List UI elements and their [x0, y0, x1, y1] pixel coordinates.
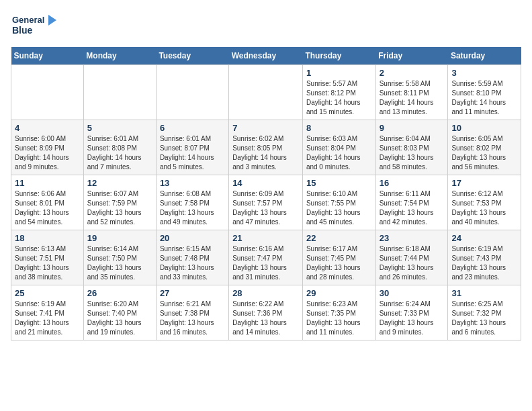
calendar-cell: 30Sunrise: 6:24 AM Sunset: 7:33 PM Dayli… [375, 285, 448, 340]
day-header-monday: Monday [83, 47, 156, 65]
day-info: Sunrise: 6:23 AM Sunset: 7:35 PM Dayligh… [306, 300, 372, 337]
day-info: Sunrise: 6:20 AM Sunset: 7:40 PM Dayligh… [87, 300, 152, 337]
calendar-cell: 27Sunrise: 6:21 AM Sunset: 7:38 PM Dayli… [156, 285, 228, 340]
day-info: Sunrise: 6:16 AM Sunset: 7:47 PM Dayligh… [232, 244, 299, 282]
calendar-week-row: 4Sunrise: 6:00 AM Sunset: 8:09 PM Daylig… [11, 120, 521, 175]
day-number: 4 [15, 123, 80, 133]
day-number: 1 [306, 68, 372, 78]
day-number: 21 [232, 233, 299, 243]
calendar-cell [156, 65, 228, 120]
calendar-cell: 23Sunrise: 6:18 AM Sunset: 7:44 PM Dayli… [375, 230, 448, 285]
calendar-week-row: 25Sunrise: 6:19 AM Sunset: 7:41 PM Dayli… [11, 285, 521, 340]
svg-text:Blue: Blue [12, 25, 33, 36]
day-info: Sunrise: 6:22 AM Sunset: 7:36 PM Dayligh… [232, 300, 299, 337]
day-info: Sunrise: 6:19 AM Sunset: 7:43 PM Dayligh… [451, 244, 517, 282]
day-info: Sunrise: 6:06 AM Sunset: 8:01 PM Dayligh… [15, 189, 80, 227]
calendar-cell: 18Sunrise: 6:13 AM Sunset: 7:51 PM Dayli… [11, 230, 84, 285]
day-number: 20 [160, 233, 225, 243]
day-info: Sunrise: 6:08 AM Sunset: 7:58 PM Dayligh… [160, 189, 225, 227]
day-number: 3 [451, 68, 517, 78]
day-info: Sunrise: 6:21 AM Sunset: 7:38 PM Dayligh… [160, 300, 225, 337]
logo: General Blue [11, 11, 58, 40]
calendar-cell: 8Sunrise: 6:03 AM Sunset: 8:04 PM Daylig… [302, 120, 375, 175]
day-number: 23 [380, 233, 445, 243]
calendar-cell: 7Sunrise: 6:02 AM Sunset: 8:05 PM Daylig… [229, 120, 303, 175]
day-number: 5 [87, 123, 152, 133]
day-number: 6 [160, 123, 225, 133]
day-info: Sunrise: 6:12 AM Sunset: 7:53 PM Dayligh… [451, 189, 517, 227]
day-number: 28 [232, 288, 299, 298]
day-number: 8 [306, 123, 372, 133]
day-info: Sunrise: 6:15 AM Sunset: 7:48 PM Dayligh… [160, 244, 225, 282]
calendar-cell: 17Sunrise: 6:12 AM Sunset: 7:53 PM Dayli… [448, 175, 521, 230]
calendar-cell: 9Sunrise: 6:04 AM Sunset: 8:03 PM Daylig… [375, 120, 448, 175]
calendar-week-row: 11Sunrise: 6:06 AM Sunset: 8:01 PM Dayli… [11, 175, 521, 230]
calendar-cell: 25Sunrise: 6:19 AM Sunset: 7:41 PM Dayli… [11, 285, 84, 340]
day-number: 11 [15, 178, 80, 188]
day-number: 2 [380, 68, 445, 78]
day-info: Sunrise: 6:17 AM Sunset: 7:45 PM Dayligh… [306, 244, 372, 282]
day-number: 12 [87, 178, 152, 188]
day-info: Sunrise: 6:10 AM Sunset: 7:55 PM Dayligh… [306, 189, 372, 227]
day-info: Sunrise: 6:02 AM Sunset: 8:05 PM Dayligh… [232, 134, 299, 172]
day-header-thursday: Thursday [302, 47, 375, 65]
logo-svg: General Blue [11, 11, 58, 40]
day-info: Sunrise: 6:11 AM Sunset: 7:54 PM Dayligh… [380, 189, 445, 227]
calendar-cell: 15Sunrise: 6:10 AM Sunset: 7:55 PM Dayli… [302, 175, 375, 230]
calendar-cell [83, 65, 156, 120]
day-number: 26 [87, 288, 152, 298]
day-info: Sunrise: 6:04 AM Sunset: 8:03 PM Dayligh… [380, 134, 445, 172]
day-info: Sunrise: 5:58 AM Sunset: 8:11 PM Dayligh… [380, 79, 445, 117]
calendar-week-row: 1Sunrise: 5:57 AM Sunset: 8:12 PM Daylig… [11, 65, 521, 120]
calendar-cell: 5Sunrise: 6:01 AM Sunset: 8:08 PM Daylig… [83, 120, 156, 175]
calendar-cell: 10Sunrise: 6:05 AM Sunset: 8:02 PM Dayli… [448, 120, 521, 175]
calendar-cell: 26Sunrise: 6:20 AM Sunset: 7:40 PM Dayli… [83, 285, 156, 340]
calendar-cell: 12Sunrise: 6:07 AM Sunset: 7:59 PM Dayli… [83, 175, 156, 230]
calendar-cell: 21Sunrise: 6:16 AM Sunset: 7:47 PM Dayli… [229, 230, 303, 285]
day-header-wednesday: Wednesday [229, 47, 303, 65]
day-number: 15 [306, 178, 372, 188]
calendar-cell: 16Sunrise: 6:11 AM Sunset: 7:54 PM Dayli… [375, 175, 448, 230]
calendar-week-row: 18Sunrise: 6:13 AM Sunset: 7:51 PM Dayli… [11, 230, 521, 285]
day-info: Sunrise: 6:05 AM Sunset: 8:02 PM Dayligh… [451, 134, 517, 172]
day-info: Sunrise: 5:57 AM Sunset: 8:12 PM Dayligh… [306, 79, 372, 117]
day-number: 14 [232, 178, 299, 188]
day-number: 17 [451, 178, 517, 188]
calendar-cell: 11Sunrise: 6:06 AM Sunset: 8:01 PM Dayli… [11, 175, 84, 230]
calendar-cell: 29Sunrise: 6:23 AM Sunset: 7:35 PM Dayli… [302, 285, 375, 340]
day-info: Sunrise: 6:25 AM Sunset: 7:32 PM Dayligh… [451, 300, 517, 337]
day-info: Sunrise: 6:13 AM Sunset: 7:51 PM Dayligh… [15, 244, 80, 282]
calendar-header-row: SundayMondayTuesdayWednesdayThursdayFrid… [11, 47, 521, 65]
day-number: 30 [380, 288, 445, 298]
calendar-cell: 3Sunrise: 5:59 AM Sunset: 8:10 PM Daylig… [448, 65, 521, 120]
day-number: 27 [160, 288, 225, 298]
calendar-cell: 31Sunrise: 6:25 AM Sunset: 7:32 PM Dayli… [448, 285, 521, 340]
calendar-cell: 1Sunrise: 5:57 AM Sunset: 8:12 PM Daylig… [302, 65, 375, 120]
day-number: 25 [15, 288, 80, 298]
calendar-cell: 4Sunrise: 6:00 AM Sunset: 8:09 PM Daylig… [11, 120, 84, 175]
day-info: Sunrise: 6:09 AM Sunset: 7:57 PM Dayligh… [232, 189, 299, 227]
calendar-cell: 19Sunrise: 6:14 AM Sunset: 7:50 PM Dayli… [83, 230, 156, 285]
header: General Blue [11, 11, 521, 40]
day-info: Sunrise: 5:59 AM Sunset: 8:10 PM Dayligh… [451, 79, 517, 117]
day-number: 13 [160, 178, 225, 188]
day-info: Sunrise: 6:00 AM Sunset: 8:09 PM Dayligh… [15, 134, 80, 172]
calendar-cell: 20Sunrise: 6:15 AM Sunset: 7:48 PM Dayli… [156, 230, 228, 285]
calendar-cell: 2Sunrise: 5:58 AM Sunset: 8:11 PM Daylig… [375, 65, 448, 120]
calendar-cell: 22Sunrise: 6:17 AM Sunset: 7:45 PM Dayli… [302, 230, 375, 285]
day-info: Sunrise: 6:14 AM Sunset: 7:50 PM Dayligh… [87, 244, 152, 282]
calendar-cell [229, 65, 303, 120]
svg-text:General: General [12, 15, 44, 25]
day-header-friday: Friday [375, 47, 448, 65]
day-number: 16 [380, 178, 445, 188]
day-info: Sunrise: 6:18 AM Sunset: 7:44 PM Dayligh… [380, 244, 445, 282]
day-number: 9 [380, 123, 445, 133]
day-info: Sunrise: 6:19 AM Sunset: 7:41 PM Dayligh… [15, 300, 80, 337]
calendar-cell: 6Sunrise: 6:01 AM Sunset: 8:07 PM Daylig… [156, 120, 228, 175]
calendar-cell: 24Sunrise: 6:19 AM Sunset: 7:43 PM Dayli… [448, 230, 521, 285]
day-number: 18 [15, 233, 80, 243]
day-header-tuesday: Tuesday [156, 47, 228, 65]
day-info: Sunrise: 6:01 AM Sunset: 8:08 PM Dayligh… [87, 134, 152, 172]
calendar-cell: 14Sunrise: 6:09 AM Sunset: 7:57 PM Dayli… [229, 175, 303, 230]
day-header-sunday: Sunday [11, 47, 84, 65]
